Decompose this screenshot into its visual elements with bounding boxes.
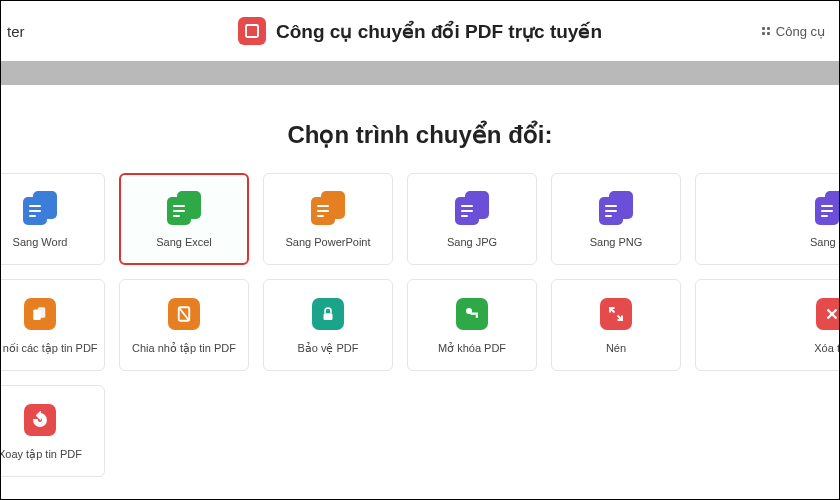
tools-menu[interactable]: Công cụ: [762, 24, 825, 39]
svg-rect-0: [246, 25, 258, 37]
tool-sang-word[interactable]: Sang Word: [0, 173, 105, 265]
word-doc-icon: [22, 190, 58, 226]
tool-sang-jpg[interactable]: Sang JPG: [407, 173, 537, 265]
header-left-fragment: ter: [1, 23, 25, 40]
merge-icon: [22, 296, 58, 332]
tool-label: Sang JPG: [447, 236, 497, 248]
tool-label: Mở khóa PDF: [438, 342, 506, 355]
tool-label: Xóa tra: [814, 342, 840, 354]
svg-rect-2: [38, 307, 46, 318]
svg-rect-5: [324, 313, 333, 320]
tool-label: Bảo vệ PDF: [297, 342, 358, 355]
compress-icon: [598, 296, 634, 332]
header: ter Công cụ chuyển đổi PDF trực tuyến Cô…: [1, 1, 839, 61]
tools-row-1: Sang Word Sang Excel Sang PowerPoint San…: [0, 173, 839, 265]
app-logo-icon: [238, 17, 266, 45]
tool-merge-pdf[interactable]: Kết nối các tập tin PDF: [0, 279, 105, 371]
tool-sang-powerpoint[interactable]: Sang PowerPoint: [263, 173, 393, 265]
tool-protect-pdf[interactable]: Bảo vệ PDF: [263, 279, 393, 371]
tool-sang-pdf[interactable]: Sang PD: [695, 173, 840, 265]
jpg-doc-icon: [454, 190, 490, 226]
split-icon: [166, 296, 202, 332]
svg-line-4: [179, 307, 190, 321]
tools-menu-label: Công cụ: [776, 24, 825, 39]
key-icon: [454, 296, 490, 332]
png-doc-icon: [598, 190, 634, 226]
tool-unlock-pdf[interactable]: Mở khóa PDF: [407, 279, 537, 371]
tool-delete-page[interactable]: Xóa tra: [695, 279, 840, 371]
tool-label: Chia nhỏ tập tin PDF: [132, 342, 236, 355]
delete-icon: [814, 296, 840, 332]
header-center: Công cụ chuyển đổi PDF trực tuyến: [238, 17, 602, 45]
tools-row-2: Kết nối các tập tin PDF Chia nhỏ tập tin…: [0, 279, 839, 371]
tool-label: Sang PowerPoint: [286, 236, 371, 248]
divider-bar: [1, 61, 839, 85]
tool-label: Kết nối các tập tin PDF: [0, 342, 98, 355]
svg-rect-8: [476, 314, 478, 317]
rotate-icon: [22, 402, 58, 438]
lock-icon: [310, 296, 346, 332]
tool-label: Sang Word: [13, 236, 68, 248]
tool-label: Xoay tập tin PDF: [0, 448, 82, 461]
tool-label: Nén: [606, 342, 626, 354]
powerpoint-doc-icon: [310, 190, 346, 226]
section-title: Chọn trình chuyển đổi:: [1, 121, 839, 149]
tool-rotate-pdf[interactable]: Xoay tập tin PDF: [0, 385, 105, 477]
tool-split-pdf[interactable]: Chia nhỏ tập tin PDF: [119, 279, 249, 371]
svg-rect-7: [471, 312, 479, 314]
tool-label: Sang PD: [810, 236, 840, 248]
pdf-doc-icon: [814, 190, 840, 226]
tool-sang-excel[interactable]: Sang Excel: [119, 173, 249, 265]
tool-compress-pdf[interactable]: Nén: [551, 279, 681, 371]
tool-sang-png[interactable]: Sang PNG: [551, 173, 681, 265]
excel-doc-icon: [166, 190, 202, 226]
page-title: Công cụ chuyển đổi PDF trực tuyến: [276, 20, 602, 43]
tool-label: Sang PNG: [590, 236, 643, 248]
grid-icon: [762, 27, 770, 35]
tool-label: Sang Excel: [156, 236, 212, 248]
tools-row-3: Xoay tập tin PDF: [0, 385, 839, 477]
